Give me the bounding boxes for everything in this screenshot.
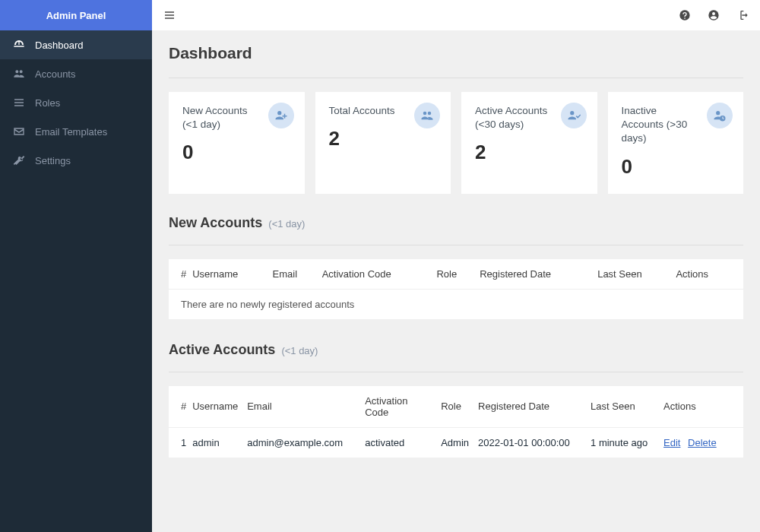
- brand-header[interactable]: Admin Panel: [0, 0, 152, 30]
- col-num: #: [169, 259, 188, 290]
- logout-icon[interactable]: [736, 8, 749, 22]
- section-title: Active Accounts: [169, 342, 275, 358]
- card-value: 0: [182, 141, 291, 164]
- divider: [169, 78, 743, 78]
- col-actions: Actions: [659, 386, 743, 428]
- col-activation: Activation Code: [360, 386, 436, 428]
- section-subtitle: (<1 day): [268, 218, 305, 230]
- cell-actions: Edit Delete: [659, 427, 743, 458]
- card-inactive-accounts: Inactive Accounts (>30 days) 0: [608, 92, 744, 194]
- list-icon: [12, 96, 26, 109]
- col-username: Username: [188, 259, 268, 290]
- user-plus-icon: [268, 103, 294, 128]
- user-clock-icon: [707, 103, 733, 128]
- sidebar: Admin Panel Dashboard Accounts Roles: [0, 0, 152, 532]
- envelope-icon: [12, 125, 26, 138]
- content: Dashboard New Accounts (<1 day) 0 Total …: [152, 30, 760, 532]
- card-new-accounts: New Accounts (<1 day) 0: [169, 92, 305, 194]
- divider: [169, 372, 743, 372]
- col-registered: Registered Date: [473, 386, 586, 428]
- col-role: Role: [432, 259, 475, 290]
- page-title: Dashboard: [169, 44, 743, 62]
- divider: [169, 245, 743, 245]
- menu-toggle-icon[interactable]: [163, 8, 176, 22]
- sidebar-item-roles[interactable]: Roles: [0, 88, 152, 117]
- col-username: Username: [188, 386, 242, 428]
- col-lastseen: Last Seen: [593, 259, 671, 290]
- active-accounts-panel: # Username Email Activation Code Role Re…: [169, 386, 743, 458]
- section-head-active-accounts: Active Accounts (<1 day): [169, 342, 743, 358]
- section-subtitle: (<1 day): [281, 345, 318, 356]
- col-activation: Activation Code: [318, 259, 432, 290]
- main: Dashboard New Accounts (<1 day) 0 Total …: [152, 0, 760, 532]
- topbar: [152, 0, 760, 30]
- cell-num: 1: [169, 427, 188, 458]
- card-active-accounts: Active Accounts (<30 days) 2: [461, 92, 597, 194]
- col-num: #: [169, 386, 188, 428]
- sidebar-item-label: Dashboard: [35, 40, 84, 51]
- empty-message: There are no newly registered accounts: [169, 289, 743, 319]
- new-accounts-table: # Username Email Activation Code Role Re…: [169, 259, 743, 319]
- card-value: 0: [622, 155, 730, 179]
- section-title: New Accounts: [169, 215, 262, 231]
- sidebar-item-dashboard[interactable]: Dashboard: [0, 30, 152, 59]
- col-actions: Actions: [671, 259, 743, 290]
- cell-username: admin: [188, 427, 242, 458]
- user-check-icon: [561, 103, 587, 128]
- table-header-row: # Username Email Activation Code Role Re…: [169, 386, 743, 428]
- sidebar-item-label: Settings: [35, 155, 71, 166]
- svg-point-0: [679, 10, 689, 20]
- card-total-accounts: Total Accounts 2: [315, 92, 451, 194]
- empty-row: There are no newly registered accounts: [169, 289, 743, 319]
- active-accounts-table: # Username Email Activation Code Role Re…: [169, 386, 743, 458]
- sidebar-item-label: Accounts: [35, 68, 75, 80]
- stat-cards: New Accounts (<1 day) 0 Total Accounts 2…: [169, 92, 743, 194]
- delete-link[interactable]: Delete: [688, 437, 717, 448]
- cell-activation: activated: [360, 427, 436, 458]
- table-row: 1 admin admin@example.com activated Admi…: [169, 427, 743, 458]
- users-icon: [12, 67, 26, 81]
- help-icon[interactable]: [678, 8, 692, 22]
- col-lastseen: Last Seen: [586, 386, 659, 428]
- col-registered: Registered Date: [475, 259, 593, 290]
- user-icon[interactable]: [707, 8, 720, 22]
- col-email: Email: [268, 259, 318, 290]
- brand-text: Admin Panel: [46, 10, 106, 21]
- dashboard-icon: [12, 38, 26, 52]
- cell-lastseen: 1 minute ago: [586, 427, 659, 458]
- table-header-row: # Username Email Activation Code Role Re…: [169, 259, 743, 290]
- new-accounts-panel: # Username Email Activation Code Role Re…: [169, 259, 743, 319]
- card-value: 2: [329, 127, 438, 150]
- sidebar-item-settings[interactable]: Settings: [0, 146, 152, 175]
- cell-registered: 2022-01-01 00:00:00: [473, 427, 586, 458]
- sidebar-nav: Dashboard Accounts Roles Email Templates: [0, 30, 152, 175]
- card-value: 2: [475, 141, 584, 164]
- col-role: Role: [436, 386, 473, 428]
- tools-icon: [12, 154, 26, 167]
- users-icon: [414, 103, 440, 128]
- edit-link[interactable]: Edit: [663, 437, 680, 448]
- col-email: Email: [242, 386, 360, 428]
- cell-email: admin@example.com: [242, 427, 360, 458]
- sidebar-item-accounts[interactable]: Accounts: [0, 59, 152, 88]
- sidebar-item-label: Email Templates: [35, 126, 107, 138]
- section-head-new-accounts: New Accounts (<1 day): [169, 215, 743, 231]
- sidebar-item-label: Roles: [35, 97, 60, 109]
- cell-role: Admin: [436, 427, 473, 458]
- sidebar-item-email-templates[interactable]: Email Templates: [0, 117, 152, 146]
